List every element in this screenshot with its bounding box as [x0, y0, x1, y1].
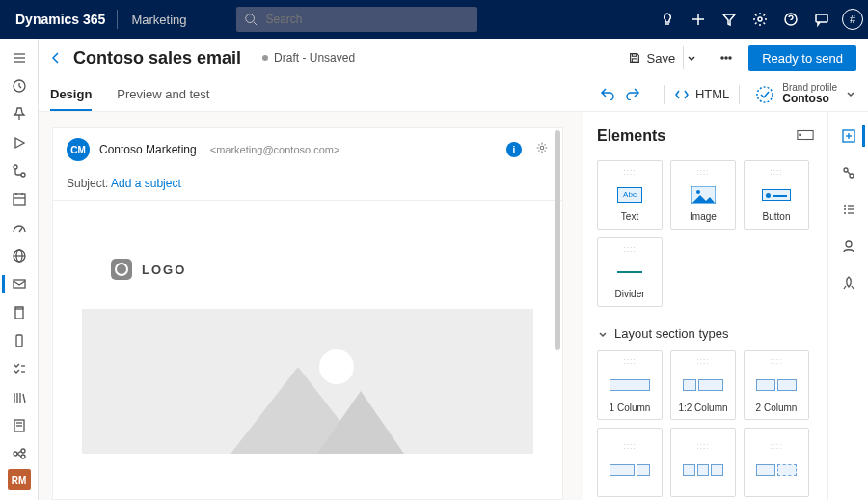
- toolbox-outline-icon[interactable]: [833, 195, 864, 224]
- layout-section-toggle[interactable]: Layout section types: [597, 326, 814, 341]
- logo-mark-icon: [111, 259, 132, 280]
- layout-2-1-column[interactable]: ∙∙∙∙∙∙∙∙: [597, 428, 663, 497]
- svg-line-30: [23, 394, 25, 403]
- logo-block[interactable]: LOGO: [111, 259, 533, 280]
- layout-custom-column[interactable]: ∙∙∙∙∙∙∙∙: [744, 428, 809, 497]
- product-brand[interactable]: Dynamics 365: [0, 12, 117, 27]
- save-button[interactable]: Save: [628, 46, 705, 69]
- play-icon[interactable]: [2, 129, 37, 155]
- element-button[interactable]: ∙∙∙∙∙∙∙∙ Button: [744, 160, 809, 230]
- lightbulb-icon[interactable]: [652, 0, 683, 39]
- layout-1-2-column[interactable]: ∙∙∙∙∙∙∙∙ 1:2 Column: [670, 350, 736, 420]
- svg-point-4: [758, 17, 762, 21]
- user-badge[interactable]: RM: [8, 469, 31, 490]
- add-icon[interactable]: [683, 0, 714, 39]
- brand-profile-picker[interactable]: Brand profile Contoso: [755, 82, 856, 105]
- layout-2-column[interactable]: ∙∙∙∙∙∙∙∙ 2 Column: [744, 350, 809, 420]
- svg-rect-39: [632, 54, 636, 57]
- sender-email: <marketing@contoso.com>: [210, 144, 340, 155]
- search-icon: [244, 13, 258, 26]
- tab-preview[interactable]: Preview and test: [117, 79, 209, 109]
- phone-icon[interactable]: [2, 327, 37, 353]
- chat-icon[interactable]: [806, 0, 837, 39]
- tab-design[interactable]: Design: [50, 79, 92, 111]
- copy-icon[interactable]: [2, 299, 37, 325]
- svg-line-37: [17, 451, 21, 454]
- subject-row[interactable]: Subject: Add a subject: [53, 171, 562, 201]
- gauge-icon[interactable]: [2, 214, 37, 240]
- svg-rect-23: [16, 335, 22, 347]
- clock-icon[interactable]: [2, 72, 37, 98]
- help-icon[interactable]: [775, 0, 806, 39]
- back-button[interactable]: [44, 46, 68, 69]
- hero-image-placeholder[interactable]: [82, 309, 533, 454]
- device-preview-icon[interactable]: [797, 127, 814, 145]
- sender-avatar: CM: [67, 138, 90, 161]
- svg-rect-6: [816, 14, 827, 22]
- form-icon[interactable]: [2, 412, 37, 438]
- svg-point-36: [21, 455, 25, 458]
- svg-rect-13: [14, 194, 25, 205]
- hamburger-icon[interactable]: [2, 44, 37, 70]
- email-body[interactable]: LOGO: [53, 201, 562, 499]
- html-view-button[interactable]: HTML: [674, 87, 729, 102]
- toolbox-links-icon[interactable]: [833, 158, 864, 187]
- svg-point-44: [757, 87, 773, 102]
- layout-3-column[interactable]: ∙∙∙∙∙∙∙∙: [670, 428, 736, 497]
- global-nav: Dynamics 365 Marketing #: [0, 0, 868, 39]
- canvas-column: CM Contoso Marketing <marketing@contoso.…: [39, 112, 583, 500]
- layout-1-column[interactable]: ∙∙∙∙∙∙∙∙ 1 Column: [597, 350, 663, 420]
- svg-point-58: [850, 174, 854, 178]
- add-subject-link[interactable]: Add a subject: [111, 177, 181, 190]
- svg-point-57: [844, 168, 848, 172]
- more-commands[interactable]: [714, 52, 739, 64]
- svg-point-0: [246, 14, 255, 23]
- code-icon: [674, 87, 690, 102]
- canvas-scrollbar[interactable]: [555, 130, 560, 497]
- status-dot-icon: [262, 55, 268, 61]
- calendar-icon[interactable]: [2, 186, 37, 212]
- element-image[interactable]: ∙∙∙∙∙∙∙∙ Image: [670, 160, 736, 230]
- svg-point-34: [14, 452, 17, 456]
- search-input[interactable]: [265, 13, 477, 26]
- undo-button[interactable]: [600, 85, 615, 104]
- header-settings-icon[interactable]: [535, 141, 549, 158]
- journey-icon[interactable]: [2, 157, 37, 183]
- email-header: CM Contoso Marketing <marketing@contoso.…: [53, 128, 562, 171]
- element-divider[interactable]: ∙∙∙∙∙∙∙∙ Divider: [597, 237, 663, 307]
- pin-icon[interactable]: [2, 101, 37, 127]
- user-avatar[interactable]: #: [837, 0, 868, 39]
- connections-icon[interactable]: [2, 441, 37, 467]
- gear-icon[interactable]: [745, 0, 775, 39]
- elements-title: Elements: [597, 127, 665, 145]
- svg-rect-40: [632, 59, 637, 63]
- ready-to-send-button[interactable]: Ready to send: [748, 45, 856, 71]
- element-text[interactable]: ∙∙∙∙∙∙∙∙ Abc Text: [597, 160, 663, 230]
- svg-line-59: [847, 172, 850, 175]
- chevron-down-icon: [597, 328, 609, 340]
- toolbox-personalize-icon[interactable]: [833, 232, 864, 261]
- mountain-placeholder-icon: [192, 328, 423, 454]
- globe-icon[interactable]: [2, 242, 37, 268]
- workspace: CM Contoso Marketing <marketing@contoso.…: [39, 112, 868, 500]
- svg-rect-21: [14, 280, 25, 288]
- module-name[interactable]: Marketing: [118, 13, 200, 27]
- tasks-icon[interactable]: [2, 356, 37, 382]
- library-icon[interactable]: [2, 384, 37, 410]
- mail-icon[interactable]: [2, 271, 37, 297]
- save-split-chevron[interactable]: [683, 46, 704, 69]
- redo-button[interactable]: [625, 85, 640, 104]
- filter-icon[interactable]: [714, 0, 745, 39]
- email-canvas[interactable]: CM Contoso Marketing <marketing@contoso.…: [52, 127, 563, 500]
- global-search[interactable]: [236, 7, 477, 32]
- sender-name: Contoso Marketing: [99, 143, 197, 156]
- svg-point-43: [729, 57, 731, 59]
- left-nav-rail: RM: [0, 39, 39, 500]
- info-icon[interactable]: i: [506, 142, 522, 157]
- elements-panel: Elements ∙∙∙∙∙∙∙∙ Abc Text ∙∙∙∙∙∙∙∙ Imag…: [583, 112, 827, 500]
- toolbox-elements-icon[interactable]: [833, 122, 864, 151]
- save-icon: [628, 51, 641, 65]
- toolbox-rocket-icon[interactable]: [833, 268, 864, 297]
- svg-point-66: [846, 241, 852, 247]
- svg-rect-22: [15, 309, 23, 319]
